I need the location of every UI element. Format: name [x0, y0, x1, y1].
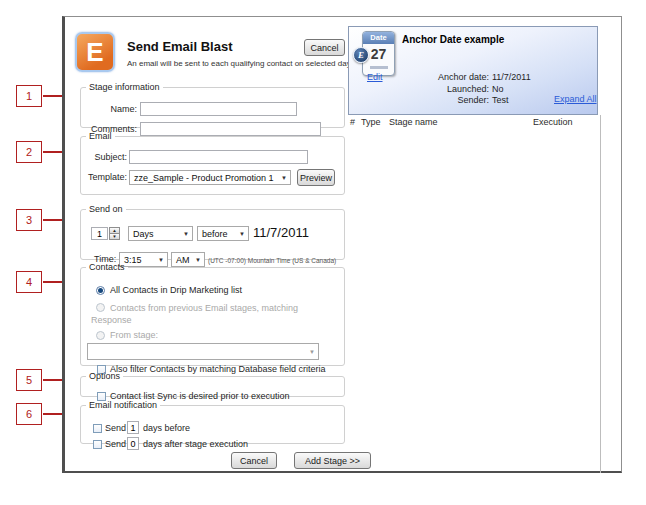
email-stage-badge-icon: E: [353, 47, 369, 63]
email-notification-fieldset: Email notification Send days before Send…: [80, 400, 345, 444]
callout-2: 2: [16, 141, 42, 163]
radio-all-contacts-label: All Contacts in Drip Marketing list: [110, 285, 242, 295]
spinner-down-button[interactable]: ▼: [109, 233, 120, 240]
sender-row-label: Sender:: [404, 95, 489, 105]
email-blast-logo-icon: E: [75, 32, 115, 72]
send-on-legend: Send on: [86, 204, 126, 214]
subject-input[interactable]: [129, 150, 308, 164]
interval-unit-value: Days: [133, 229, 154, 239]
edit-link[interactable]: Edit: [367, 72, 383, 82]
notify-after-checkbox[interactable]: [93, 440, 102, 449]
contacts-fieldset: Contacts All Contacts in Drip Marketing …: [80, 262, 345, 366]
anchor-date-row-label: Anchor date:: [404, 72, 489, 82]
interval-unit-select[interactable]: Days ▼: [128, 226, 193, 241]
template-label: Template:: [83, 172, 127, 182]
column-header-hash: #: [350, 117, 355, 127]
contacts-legend: Contacts: [86, 262, 128, 272]
template-select[interactable]: zze_Sample - Product Promotion 1 ▼: [129, 170, 291, 185]
cancel-button-bottom[interactable]: Cancel: [231, 452, 277, 469]
expand-all-link[interactable]: Expand All: [554, 94, 597, 104]
anchor-date-row: Anchor date: 11/7/2011: [404, 72, 564, 82]
radio-all-contacts[interactable]: [96, 286, 105, 295]
callout-1: 1: [16, 85, 42, 107]
radio-from-stage-label: From stage:: [110, 330, 158, 340]
dialog-subtitle: An email will be sent to each qualifying…: [127, 59, 351, 68]
launched-row-value: No: [489, 84, 504, 94]
chevron-down-icon: ▼: [281, 175, 287, 181]
sender-row: Sender: Test: [404, 95, 564, 105]
cancel-button-top[interactable]: Cancel: [304, 39, 345, 56]
callout-5: 5: [16, 369, 42, 391]
send-on-fieldset: Send on ▲ ▼ Days ▼ before ▼ 11/7/2011 Ti…: [80, 204, 345, 260]
stage-list-column-divider: [600, 115, 601, 473]
column-header-stage-name: Stage name: [389, 117, 438, 127]
options-legend: Options: [86, 371, 123, 381]
notify-after-days-input[interactable]: [127, 437, 139, 450]
callout-4: 4: [16, 271, 42, 293]
sender-row-value: Test: [489, 95, 509, 105]
chevron-down-icon: ▼: [239, 231, 245, 237]
template-select-value: zze_Sample - Product Promotion 1: [134, 173, 274, 183]
chevron-down-icon: ▼: [183, 231, 189, 237]
anchor-date-text: 11/7/2011: [253, 225, 309, 240]
from-stage-select[interactable]: ▼: [87, 343, 319, 360]
radio-from-stage[interactable]: [96, 331, 105, 340]
notify-before-days-input[interactable]: [127, 421, 139, 434]
email-fieldset: Email Subject: Template: zze_Sample - Pr…: [80, 131, 345, 195]
column-header-type: Type: [361, 117, 381, 127]
launched-row-label: Launched:: [404, 84, 489, 94]
email-legend: Email: [86, 131, 115, 141]
anchor-date-card: Date 27 E Anchor Date example Edit Ancho…: [348, 26, 598, 115]
stage-information-legend: Stage information: [86, 82, 163, 92]
stage-information-fieldset: Stage information Name: Comments:: [80, 82, 345, 128]
notify-before-checkbox[interactable]: [93, 424, 102, 433]
calendar-footer-decoration: [370, 66, 388, 69]
notify-after-suffix-label: days after stage execution: [143, 439, 248, 449]
preview-button[interactable]: Preview: [297, 169, 335, 186]
add-stage-button[interactable]: Add Stage >>: [294, 452, 371, 469]
before-after-select[interactable]: before ▼: [197, 226, 249, 241]
column-header-execution: Execution: [533, 117, 573, 127]
notify-before-send-label: Send: [105, 423, 126, 433]
notify-after-send-label: Send: [105, 439, 126, 449]
notify-before-suffix-label: days before: [143, 423, 190, 433]
dialog-title: Send Email Blast: [127, 39, 232, 54]
radio-previous-stages-label: Contacts from previous Email stages, mat…: [91, 302, 326, 326]
anchor-date-card-title: Anchor Date example: [402, 34, 504, 45]
name-label: Name:: [83, 104, 137, 114]
options-fieldset: Options Contact list Sync is desired pri…: [80, 371, 345, 397]
subject-label: Subject:: [83, 152, 127, 162]
chevron-down-icon: ▼: [309, 349, 315, 355]
calendar-header: Date: [363, 32, 394, 44]
anchor-date-row-value: 11/7/2011: [489, 72, 531, 82]
before-after-value: before: [202, 229, 228, 239]
callout-6: 6: [16, 403, 42, 425]
email-notification-legend: Email notification: [86, 400, 160, 410]
screenshot-page: 1 2 3 4 5 6 E Send Email Blast An email …: [0, 0, 646, 505]
launched-row: Launched: No: [404, 84, 564, 94]
callout-3: 3: [16, 209, 42, 231]
interval-input[interactable]: [91, 227, 108, 240]
name-input[interactable]: [140, 102, 297, 116]
